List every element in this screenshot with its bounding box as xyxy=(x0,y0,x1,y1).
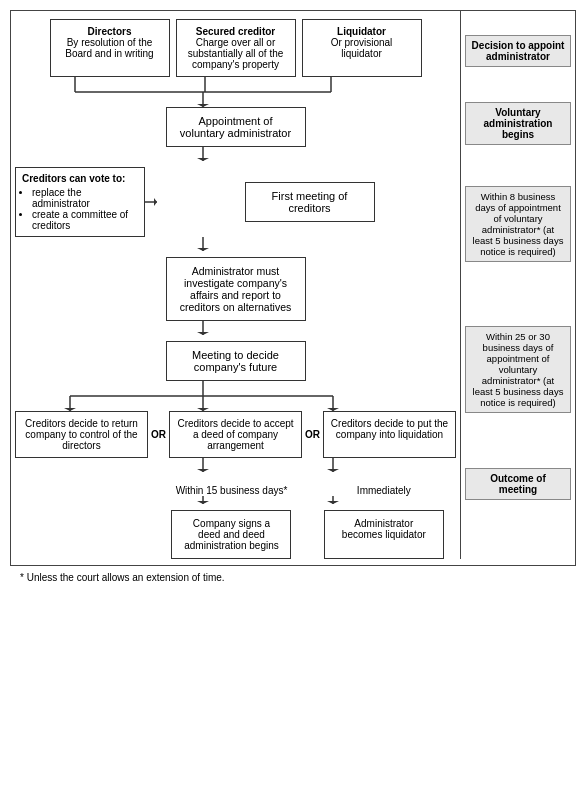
svg-marker-27 xyxy=(197,501,209,504)
svg-marker-17 xyxy=(64,408,76,411)
liquidator-detail: Or provisional liquidator xyxy=(311,37,413,59)
svg-marker-21 xyxy=(327,408,339,411)
svg-marker-19 xyxy=(197,408,209,411)
left-to-meeting-connector xyxy=(145,182,163,222)
deed-begins-wrapper: Company signs a deed and deed administra… xyxy=(159,510,303,559)
svg-marker-7 xyxy=(197,158,209,161)
directors-detail: By resolution of the Board and in writin… xyxy=(59,37,161,59)
right-label-outcome: Outcome of meeting xyxy=(465,468,571,500)
return-directors-outcome: Creditors decide to return company to co… xyxy=(15,411,148,458)
branch-connector xyxy=(15,381,456,411)
deed-outcome: Creditors decide to accept a deed of com… xyxy=(169,411,302,458)
or-label-1: OR xyxy=(148,411,169,458)
svg-marker-25 xyxy=(327,469,339,472)
investigate-step: Administrator must investigate company's… xyxy=(166,257,306,321)
svg-marker-23 xyxy=(197,469,209,472)
first-meeting-box: First meeting of creditors xyxy=(245,182,375,222)
timing-labels-row: Within 15 business days* Immediately xyxy=(15,484,456,496)
creditors-vote-list: replace the administrator create a commi… xyxy=(32,187,138,231)
footnote-text: * Unless the court allows an extension o… xyxy=(14,572,231,583)
right-labels-column: Decision to appoint administrator Volunt… xyxy=(460,11,575,559)
svg-marker-5 xyxy=(197,104,209,107)
appointment-box: Appointment of voluntary administrator xyxy=(166,107,306,147)
liquidator-timing: Immediately xyxy=(357,485,411,496)
right-label-decision: Decision to appoint administrator xyxy=(465,35,571,67)
svg-marker-13 xyxy=(197,332,209,335)
top-sources-row: Directors By resolution of the Board and… xyxy=(15,19,456,77)
connector-2 xyxy=(145,237,456,257)
top-connector xyxy=(15,77,456,107)
admin-liquidator-wrapper: Administrator becomes liquidator xyxy=(312,510,456,559)
first-meeting-row: Creditors can vote to: replace the admin… xyxy=(15,167,456,237)
directors-title: Directors xyxy=(59,26,161,37)
future-meeting-box: Meeting to decide company's future xyxy=(166,341,306,381)
liquidator-title: Liquidator xyxy=(311,26,413,37)
investigate-box: Administrator must investigate company's… xyxy=(166,257,306,321)
secured-creditor-detail: Charge over all or substantially all of … xyxy=(185,37,287,70)
or-label-2: OR xyxy=(302,411,323,458)
right-label-8days: Within 8 business days of appointment of… xyxy=(465,186,571,262)
right-label-outcome-wrapper: Outcome of meeting xyxy=(465,449,571,519)
liquidation-outcome: Creditors decide to put the company into… xyxy=(323,411,456,458)
svg-marker-9 xyxy=(154,198,157,206)
directors-box: Directors By resolution of the Board and… xyxy=(50,19,170,77)
appointment-step: Appointment of voluntary administrator xyxy=(166,107,306,147)
right-label-25days-wrapper: Within 25 or 30 business days of appoint… xyxy=(465,289,571,449)
future-meeting-step: Meeting to decide company's future xyxy=(166,341,306,381)
secured-creditor-box: Secured creditor Charge over all or subs… xyxy=(176,19,296,77)
connector-3 xyxy=(15,321,456,341)
admin-liquidator-box: Administrator becomes liquidator xyxy=(324,510,444,559)
timing-connector xyxy=(15,496,456,510)
creditors-vote-item-1: replace the administrator xyxy=(32,187,138,209)
creditors-vote-box: Creditors can vote to: replace the admin… xyxy=(15,167,145,237)
deed-timing: Within 15 business days* xyxy=(176,485,288,496)
svg-marker-11 xyxy=(197,248,209,251)
flow-diagram: Directors By resolution of the Board and… xyxy=(10,10,576,583)
svg-marker-29 xyxy=(327,501,339,504)
first-meeting-center: First meeting of creditors xyxy=(163,182,456,222)
secured-creditor-title: Secured creditor xyxy=(185,26,287,37)
right-label-8days-wrapper: Within 8 business days of appointment of… xyxy=(465,159,571,289)
right-label-voluntary: Voluntary administration begins xyxy=(465,102,571,145)
creditors-vote-item-2: create a committee of creditors xyxy=(32,209,138,231)
liquidator-box: Liquidator Or provisional liquidator xyxy=(302,19,422,77)
footnote-area: * Unless the court allows an extension o… xyxy=(10,571,576,583)
right-label-decision-wrapper: Decision to appoint administrator xyxy=(465,15,571,87)
outcomes-row: Creditors decide to return company to co… xyxy=(15,411,456,458)
bottom-boxes-row: Company signs a deed and deed administra… xyxy=(15,510,456,559)
creditors-vote-title: Creditors can vote to: xyxy=(22,173,138,184)
right-label-25days: Within 25 or 30 business days of appoint… xyxy=(465,326,571,413)
deed-begins-box: Company signs a deed and deed administra… xyxy=(171,510,291,559)
right-label-voluntary-wrapper: Voluntary administration begins xyxy=(465,87,571,159)
bottom-connector xyxy=(15,458,456,484)
connector-1 xyxy=(15,147,456,167)
